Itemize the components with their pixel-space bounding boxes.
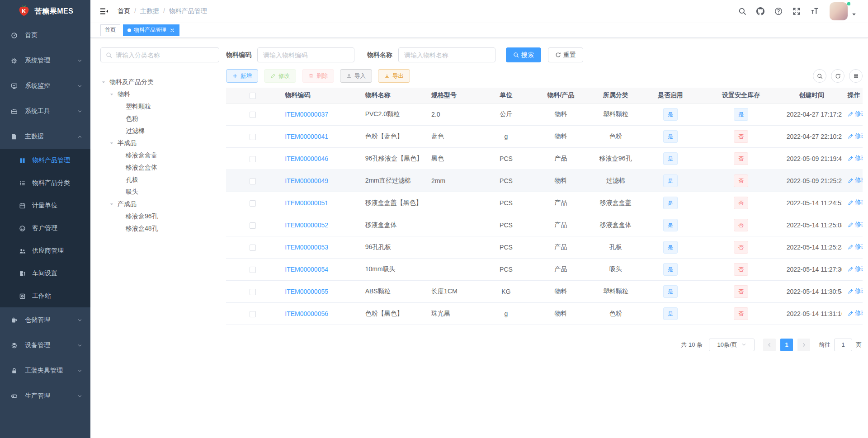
- tree-search-input[interactable]: [116, 52, 214, 59]
- name-input[interactable]: [398, 47, 495, 62]
- row-edit-link[interactable]: 修改: [848, 154, 863, 162]
- toolbar-button[interactable]: 新增: [226, 69, 258, 83]
- sidebar-item[interactable]: 系统监控: [0, 73, 90, 99]
- sidebar-item[interactable]: 物料产品分类: [0, 172, 90, 194]
- view-tab[interactable]: 物料产品管理: [123, 24, 179, 36]
- select-all-checkbox[interactable]: [250, 93, 256, 99]
- sidebar-collapse-icon[interactable]: [99, 7, 108, 16]
- tree-node[interactable]: 移液盒48孔: [100, 222, 219, 235]
- item-code-link[interactable]: ITEM00000037: [285, 111, 328, 118]
- tree-node[interactable]: 移液盒96孔: [100, 210, 219, 222]
- item-code-link[interactable]: ITEM00000051: [285, 199, 328, 207]
- column-settings-button[interactable]: [849, 69, 863, 83]
- breadcrumb-item[interactable]: 首页: [118, 7, 140, 15]
- sidebar-item[interactable]: 工作站: [0, 285, 90, 307]
- tree-node[interactable]: 物料及产品分类: [100, 76, 219, 88]
- item-code-link[interactable]: ITEM00000056: [285, 310, 328, 317]
- item-code-link[interactable]: ITEM00000055: [285, 288, 328, 295]
- sidebar-item[interactable]: 主数据: [0, 124, 90, 149]
- item-code-link[interactable]: ITEM00000046: [285, 155, 328, 162]
- toolbar-button[interactable]: 导入: [340, 69, 372, 83]
- row-checkbox[interactable]: [250, 245, 256, 251]
- row-checkbox[interactable]: [250, 311, 256, 317]
- row-checkbox[interactable]: [250, 156, 256, 162]
- tree-node[interactable]: 移液盒盒体: [100, 161, 219, 174]
- row-edit-link[interactable]: 修改: [848, 110, 863, 118]
- show-search-toggle-button[interactable]: [813, 69, 826, 83]
- item-code-link[interactable]: ITEM00000054: [285, 266, 328, 273]
- tree-node[interactable]: 孔板: [100, 174, 219, 186]
- sidebar-item[interactable]: 首页: [0, 23, 90, 48]
- next-page-button[interactable]: [797, 339, 810, 351]
- sidebar-item[interactable]: 设备管理: [0, 333, 90, 358]
- breadcrumb-item: 物料产品管理: [169, 7, 207, 15]
- view-tab[interactable]: 首页: [100, 24, 120, 36]
- prev-page-button[interactable]: [763, 339, 776, 351]
- tree-node[interactable]: 过滤棉: [100, 125, 219, 137]
- row-edit-link[interactable]: 修改: [848, 309, 863, 317]
- row-edit-link[interactable]: 修改: [848, 132, 863, 140]
- row-edit-link[interactable]: 修改: [848, 265, 863, 273]
- row-checkbox[interactable]: [250, 200, 256, 207]
- tree-node-label: 色粉: [126, 115, 138, 123]
- search-button[interactable]: 搜索: [506, 47, 541, 62]
- page-number-button[interactable]: 1: [780, 339, 793, 351]
- toolbar-button-icon: [346, 73, 352, 79]
- cell-select: [226, 214, 279, 236]
- cell-safety-stock: 否: [701, 236, 781, 258]
- sidebar-item[interactable]: 系统管理: [0, 48, 90, 73]
- item-code-link[interactable]: ITEM00000049: [285, 177, 328, 184]
- tree-node[interactable]: 吸头: [100, 186, 219, 198]
- app-logo[interactable]: K 苦糖果MES: [0, 0, 90, 23]
- toolbar-button[interactable]: 导出: [378, 69, 410, 83]
- row-checkbox[interactable]: [250, 178, 256, 184]
- row-edit-link[interactable]: 修改: [848, 287, 863, 295]
- fullscreen-icon[interactable]: [793, 7, 801, 15]
- user-menu[interactable]: [830, 2, 857, 20]
- row-edit-link[interactable]: 修改: [848, 176, 863, 184]
- refresh-table-button[interactable]: [831, 69, 844, 83]
- help-icon[interactable]: [774, 7, 783, 15]
- sidebar-item[interactable]: 客户管理: [0, 217, 90, 240]
- sidebar-item[interactable]: 生产管理: [0, 383, 90, 409]
- row-checkbox[interactable]: [250, 267, 256, 273]
- tree-node[interactable]: 色粉: [100, 113, 219, 125]
- reset-button[interactable]: 重置: [548, 47, 583, 62]
- tree-node[interactable]: 半成品: [100, 137, 219, 149]
- sidebar-item[interactable]: 供应商管理: [0, 240, 90, 262]
- row-edit-link[interactable]: 修改: [848, 243, 863, 251]
- font-size-icon[interactable]: [811, 7, 819, 15]
- goto-page-input[interactable]: [834, 339, 852, 351]
- close-icon[interactable]: [170, 28, 175, 33]
- row-checkbox[interactable]: [250, 222, 256, 229]
- item-code-link[interactable]: ITEM00000052: [285, 221, 328, 229]
- sidebar-item[interactable]: 车间设置: [0, 262, 90, 285]
- item-code-link[interactable]: ITEM00000053: [285, 244, 328, 251]
- tree-node-label: 吸头: [126, 188, 138, 196]
- toolbar-button[interactable]: 修改: [264, 69, 296, 83]
- header-search-icon[interactable]: [738, 7, 746, 15]
- grid-icon: [853, 73, 859, 79]
- tree-node[interactable]: 移液盒盒盖: [100, 149, 219, 161]
- sidebar-item[interactable]: 工装夹具管理: [0, 358, 90, 383]
- sidebar-item[interactable]: 计量单位: [0, 194, 90, 217]
- cell-name: 96孔移液盒【黑色】: [360, 147, 426, 170]
- item-code-link[interactable]: ITEM00000041: [285, 133, 328, 140]
- menu-item-icon: [19, 157, 26, 164]
- sidebar-item[interactable]: 系统工具: [0, 99, 90, 124]
- page-size-select[interactable]: 10条/页: [709, 339, 755, 351]
- row-edit-link[interactable]: 修改: [848, 221, 863, 229]
- row-checkbox[interactable]: [250, 112, 256, 118]
- sidebar-item[interactable]: 物料产品管理: [0, 149, 90, 172]
- tree-node[interactable]: 塑料颗粒: [100, 100, 219, 113]
- avatar[interactable]: [830, 2, 848, 20]
- github-icon[interactable]: [756, 7, 764, 15]
- sidebar-item[interactable]: 仓储管理: [0, 307, 90, 333]
- tree-node[interactable]: 物料: [100, 88, 219, 100]
- code-input[interactable]: [257, 47, 354, 62]
- row-checkbox[interactable]: [250, 134, 256, 140]
- row-checkbox[interactable]: [250, 289, 256, 295]
- tree-node[interactable]: 产成品: [100, 198, 219, 210]
- row-edit-link[interactable]: 修改: [848, 198, 863, 207]
- toolbar-button[interactable]: 删除: [302, 69, 334, 83]
